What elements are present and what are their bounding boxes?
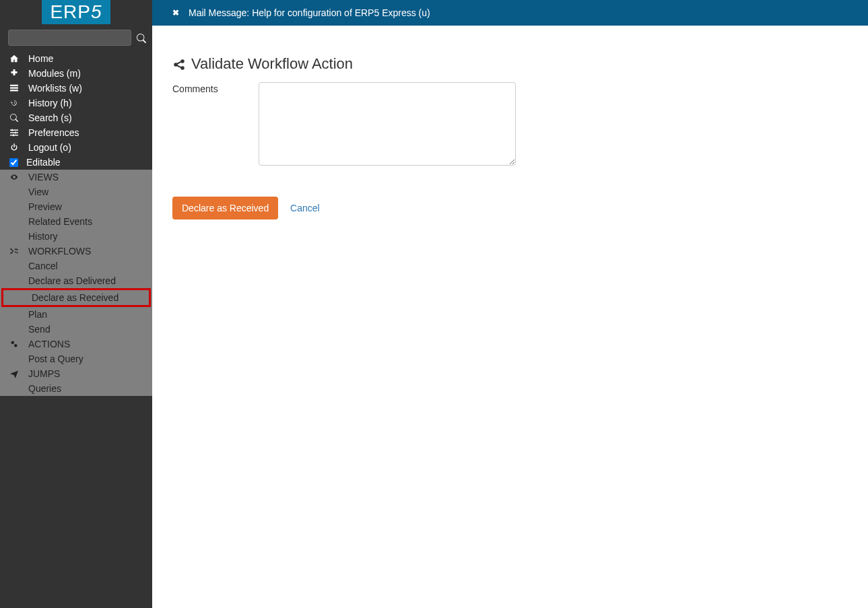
comments-row: Comments — [172, 82, 848, 166]
sidebar: ERP5 Home Modules (m) Worklists (w) Hist… — [0, 0, 152, 249]
share-icon — [172, 55, 191, 73]
search-row — [0, 24, 152, 51]
close-icon[interactable]: ✖ — [172, 8, 179, 18]
worklists-icon — [8, 84, 20, 92]
nav-label: Editable — [26, 157, 61, 168]
cancel-button[interactable]: Cancel — [290, 203, 320, 213]
content: Validate Workflow Action Comments Declar… — [152, 26, 868, 249]
eye-icon — [8, 173, 20, 181]
nav-label: History (h) — [28, 98, 72, 108]
nav-label: Home — [28, 53, 53, 64]
declare-received-button[interactable]: Declare as Received — [172, 197, 278, 219]
svg-rect-0 — [10, 85, 18, 86]
views-list: View Preview Related Events History — [0, 184, 152, 244]
view-item[interactable]: View — [0, 184, 152, 199]
comments-label: Comments — [172, 82, 259, 94]
search-button[interactable] — [137, 32, 146, 43]
topbar: ✖ Mail Message: Help for configuration o… — [152, 0, 868, 26]
svg-rect-6 — [11, 129, 13, 131]
view-item[interactable]: Preview — [0, 199, 152, 214]
nav-history[interactable]: History (h) — [0, 96, 152, 110]
svg-point-12 — [180, 59, 185, 63]
home-icon — [8, 55, 20, 63]
search-icon — [8, 114, 20, 122]
logo-suffix: 5 — [91, 1, 102, 22]
nav-label: Search (s) — [28, 112, 72, 123]
views-section: VIEWS View Preview Related Events Histor… — [0, 170, 152, 249]
nav-logout[interactable]: Logout (o) — [0, 140, 152, 155]
form-actions: Declare as Received Cancel — [172, 197, 848, 219]
view-item[interactable]: Related Events — [0, 214, 152, 229]
views-header: VIEWS — [0, 170, 152, 184]
history-icon — [8, 99, 20, 107]
nav-worklists[interactable]: Worklists (w) — [0, 81, 152, 96]
nav-label: Worklists (w) — [28, 83, 82, 94]
logo-text: ERP — [50, 1, 91, 22]
main-nav: Home Modules (m) Worklists (w) History (… — [0, 51, 152, 170]
page-title: Validate Workflow Action — [172, 55, 848, 73]
view-item[interactable]: History — [0, 229, 152, 244]
search-icon — [137, 32, 146, 43]
section-label: WORKFLOWS — [28, 246, 91, 249]
svg-rect-8 — [13, 134, 15, 136]
editable-checkbox[interactable] — [9, 158, 18, 167]
nav-home[interactable]: Home — [0, 51, 152, 66]
workflows-header: WORKFLOWS — [0, 244, 152, 249]
comments-textarea[interactable] — [259, 82, 516, 166]
search-input[interactable] — [8, 30, 131, 46]
svg-rect-7 — [15, 132, 17, 134]
nav-modules[interactable]: Modules (m) — [0, 66, 152, 81]
svg-rect-3 — [10, 130, 18, 131]
page-title-text: Validate Workflow Action — [191, 55, 353, 73]
nav-label: Logout (o) — [28, 142, 71, 153]
svg-rect-2 — [10, 90, 18, 91]
svg-rect-4 — [10, 132, 18, 133]
logout-icon — [8, 143, 20, 151]
nav-label: Modules (m) — [28, 68, 81, 79]
section-label: VIEWS — [28, 172, 59, 182]
svg-point-13 — [180, 66, 185, 70]
logo-box[interactable]: ERP5 — [42, 0, 110, 24]
preferences-icon — [8, 129, 20, 137]
main: Validate Workflow Action Comments Declar… — [152, 0, 868, 249]
nav-preferences[interactable]: Preferences — [0, 125, 152, 140]
logo: ERP5 — [0, 0, 152, 24]
topbar-message: Mail Message: Help for configuration of … — [189, 7, 430, 18]
modules-icon — [8, 69, 20, 77]
nav-editable[interactable]: Editable — [0, 155, 152, 170]
shuffle-icon — [8, 247, 20, 249]
nav-label: Preferences — [28, 127, 79, 138]
svg-rect-1 — [10, 88, 18, 89]
nav-search[interactable]: Search (s) — [0, 110, 152, 125]
